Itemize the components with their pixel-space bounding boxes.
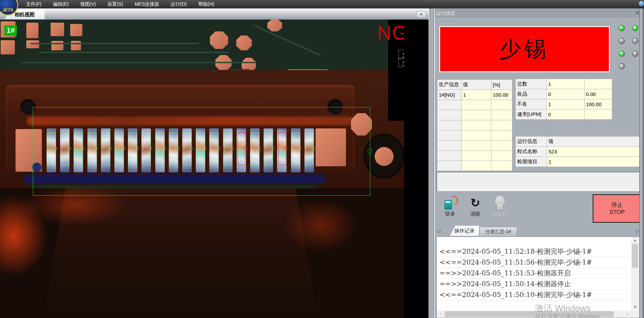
camera-tabstrip: 相机视图 ▼	[0, 8, 429, 20]
column-header: 值	[547, 137, 640, 147]
status-led-off	[632, 51, 638, 57]
table-row: 1#[NG] 1 100.00	[437, 90, 512, 100]
summary-table: 总数 1 良品 0 0.00 不良 1 100.00 速率[UPM] 0	[515, 79, 612, 120]
menu-item[interactable]: 设置(S)	[102, 1, 129, 7]
column-header: 生产信息	[437, 80, 462, 90]
tabstrip-dropdown-button[interactable]: ▼	[417, 11, 426, 18]
column-header: [%]	[491, 80, 512, 90]
panel-titlebar: 运行状态	[433, 9, 639, 18]
menu-item[interactable]: 帮助(H)	[192, 1, 220, 7]
scroll-up-icon[interactable]: ▴	[631, 237, 639, 243]
refresh-icon: ↻	[466, 197, 484, 209]
table-row: 速率[UPM] 0	[516, 109, 612, 120]
inspection-result-text: NG	[377, 21, 404, 44]
menu-items: 文件(F)编辑(E)视图(V)设置(S)MES连接器运行(O)帮助(H)	[20, 1, 220, 7]
vertical-scrollbar[interactable]: ▴ ▾	[631, 237, 639, 310]
scrollbar-corner	[631, 311, 639, 318]
menu-item[interactable]: 文件(F)	[20, 1, 47, 7]
pcb-photo: 1# NG 少锡 少锡	[0, 19, 404, 318]
log-entry: ==>>2024-05-05_11:50:14-检测器停止	[439, 279, 628, 290]
menu-item[interactable]: 视图(V)	[75, 1, 102, 7]
splitter[interactable]	[429, 8, 435, 318]
tab-class-summary[interactable]: 分类汇总-1#	[479, 227, 517, 236]
table-row: 良品 0 0.00	[516, 89, 612, 99]
defect-tag: 少锡	[399, 58, 404, 67]
status-led-off	[619, 63, 625, 69]
led-light-button[interactable]: LED 灯	[490, 196, 510, 218]
status-led-on	[619, 51, 625, 57]
status-led-on	[619, 25, 625, 31]
scroll-down-icon[interactable]: ▾	[631, 304, 639, 310]
clear-button[interactable]: ↻ 清除	[466, 197, 484, 217]
table-row	[437, 161, 512, 171]
camera-view[interactable]: 1# NG 少锡 少锡	[0, 19, 429, 318]
defect-tag: 少锡	[399, 50, 404, 59]
login-button[interactable]: 登录	[441, 197, 459, 217]
run-info-table: 运行信息 值 程式名称 523 检测项目 1	[515, 136, 640, 167]
table-row	[437, 100, 512, 110]
windows-activation-watermark: 转到“设置”以激活 Windows	[535, 313, 600, 318]
light-bulb-icon	[495, 196, 504, 209]
scroll-left-icon[interactable]: ‹	[437, 311, 444, 317]
log-list: <<==2024-05-05_11:52:18-检测完毕-少锡-1#<<==20…	[439, 246, 628, 300]
message-box	[436, 172, 640, 192]
log-entry: ==>>2024-05-05_11:51:53-检测器开启	[439, 268, 628, 279]
log-entry: <<==2024-05-05_11:51:56-检测完毕-少锡-1#	[439, 257, 628, 268]
column-header: 运行信息	[516, 137, 547, 147]
table-row: 总数 1	[516, 79, 612, 89]
status-led-off	[619, 38, 625, 44]
table-row	[437, 110, 512, 120]
system-tray-icon[interactable]	[639, 1, 644, 6]
horizontal-scrollbar[interactable]: ‹ ›	[437, 311, 631, 318]
table-row	[437, 151, 512, 161]
log-entry: <<==2024-05-05_11:50:10-检测完毕-少锡-1#	[439, 290, 628, 300]
production-table: 生产信息 值 [%] 1#[NG] 1 100.00	[437, 79, 512, 171]
menu-item[interactable]: MES连接器	[129, 1, 165, 7]
roi-outer-rect	[33, 107, 370, 196]
window-right-edge	[639, 8, 644, 318]
stop-button[interactable]: 停止 STOP	[593, 194, 641, 223]
scrollbar-thumb[interactable]	[632, 244, 638, 268]
table-row	[437, 130, 512, 141]
status-led-on	[632, 25, 638, 31]
table-row	[437, 141, 512, 151]
table-row: 程式名称 523	[516, 147, 640, 157]
column-header: 值	[462, 80, 491, 90]
menu-bar: 文件(F)编辑(E)视图(V)设置(S)MES连接器运行(O)帮助(H)	[0, 0, 644, 8]
result-banner: 少锡	[439, 26, 610, 73]
log-entry: <<==2024-05-05_11:52:18-检测完毕-少锡-1#	[439, 246, 628, 257]
table-row	[437, 120, 512, 130]
table-row: 检测项目 1	[516, 157, 640, 167]
id-badge-icon	[444, 197, 457, 210]
status-led-off	[632, 38, 638, 44]
roi-anchor-marker	[368, 149, 372, 154]
station-label: 1#	[4, 25, 17, 35]
menu-item[interactable]: 运行(O)	[165, 1, 192, 7]
tab-scroll-left-icon[interactable]: ◁	[437, 228, 440, 234]
windows-activation-watermark: 激活 Windows	[535, 302, 591, 314]
menu-item[interactable]: 编辑(E)	[47, 1, 75, 7]
scroll-right-icon[interactable]: ›	[624, 311, 631, 317]
app-window: 文件(F)编辑(E)视图(V)设置(S)MES连接器运行(O)帮助(H) JET…	[0, 0, 644, 318]
table-row: 不良 1 100.00	[516, 99, 612, 109]
